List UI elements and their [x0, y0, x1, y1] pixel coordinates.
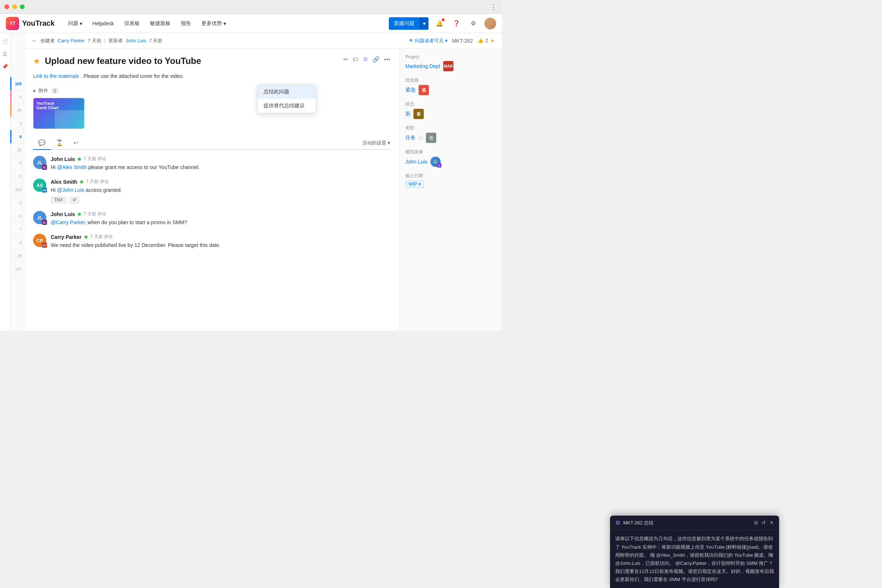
- attachments-section: ▾ 附件 1 YouTrackGantt Chart: [33, 87, 390, 129]
- status-label: 状态: [405, 101, 496, 107]
- avatar-john-luis-3: JL JL: [33, 211, 46, 224]
- maximize-button[interactable]: [20, 4, 25, 9]
- window-menu-dots[interactable]: ⋮: [490, 3, 498, 11]
- avatar-carry-parker: CP CP: [33, 234, 46, 247]
- num-item-5[interactable]: 25: [10, 143, 24, 156]
- attachments-header[interactable]: ▾ 附件 1: [33, 87, 390, 94]
- num-item-9[interactable]: 2: [10, 196, 24, 210]
- project-value[interactable]: Marketing Dept MAR: [405, 61, 496, 71]
- due-value[interactable]: WIP ▾: [405, 180, 496, 188]
- info-icon[interactable]: ⓘ: [418, 135, 423, 141]
- num-item-2[interactable]: 36: [10, 104, 24, 117]
- logo[interactable]: YT YouTrack: [6, 17, 55, 30]
- num-item-1[interactable]: 5: [10, 90, 24, 104]
- new-issue-dropdown-button[interactable]: ▾: [420, 17, 429, 30]
- activity-settings[interactable]: 活动的设置 ▾: [362, 140, 390, 146]
- due-date-field: 截止日期 WIP ▾: [405, 173, 496, 188]
- breadcrumb-right: 👁 问题读者可见 ▾ MKT-262 👍 2 ★: [409, 38, 495, 44]
- comment-author-alex[interactable]: Alex Smith: [51, 179, 77, 185]
- wip-badge[interactable]: WIP ▾: [405, 180, 424, 188]
- sidebar-icon-pin[interactable]: 📌: [1, 63, 9, 70]
- thumb-inner: YouTrackGantt Chart: [33, 98, 84, 129]
- num-item-0[interactable]: 165: [10, 77, 24, 90]
- nav-issues[interactable]: 问题 ▾: [64, 18, 87, 29]
- issue-id: MKT-262: [452, 38, 473, 44]
- num-item-10[interactable]: 0: [10, 210, 24, 223]
- dropdown-item-summarize[interactable]: 总结此问题: [258, 85, 316, 99]
- thumbs-up-icon[interactable]: 👍: [477, 38, 483, 44]
- sidebar-icon-doc[interactable]: 📄: [1, 38, 9, 46]
- nav-helpdesk[interactable]: Helpdesk: [88, 18, 118, 28]
- tag-icon[interactable]: 🏷: [352, 56, 358, 63]
- priority-text: 紧急: [405, 87, 416, 93]
- comment-reactions-2: TNX ↺: [51, 196, 390, 204]
- new-issue-button[interactable]: 新建问题: [389, 17, 420, 30]
- visibility-text: 问题读者可见: [415, 38, 444, 44]
- updated-by-label: 更新者: [108, 38, 123, 44]
- assignee-name[interactable]: John Luis: [405, 159, 428, 165]
- status-value[interactable]: 新 新: [405, 109, 496, 119]
- issue-main: ★ Upload new feature video to YouTube ✏ …: [24, 48, 502, 331]
- nav-reports[interactable]: 报告: [176, 18, 195, 29]
- mention-john[interactable]: @John Luis: [57, 187, 84, 193]
- link-icon[interactable]: 🔗: [372, 56, 380, 63]
- num-item-12[interactable]: 0: [10, 236, 24, 249]
- user-avatar[interactable]: [484, 18, 496, 29]
- activity-settings-label: 活动的设置: [362, 140, 386, 146]
- created-by-label: 创建者: [40, 38, 55, 44]
- visibility-badge[interactable]: 👁 问题读者可见 ▾: [409, 38, 448, 44]
- description-link[interactable]: Link to the materials: [33, 73, 79, 79]
- attachments-label: 附件: [39, 87, 48, 94]
- priority-badge: 紧: [418, 85, 429, 95]
- num-item-13[interactable]: 39: [10, 249, 24, 262]
- breadcrumb-separator: |: [104, 38, 105, 44]
- settings-button[interactable]: ⚙: [468, 18, 479, 29]
- num-item-8[interactable]: 318: [10, 183, 24, 196]
- comment-header-4: Carry Parker 7 天前 评论: [51, 234, 390, 240]
- tab-activity[interactable]: ↩: [68, 136, 83, 150]
- comment-author-john-3[interactable]: John Luis: [51, 212, 75, 217]
- status-text: 新: [405, 111, 411, 117]
- star-button[interactable]: ★: [33, 57, 40, 66]
- online-indicator-4: [84, 236, 87, 238]
- mention-carry[interactable]: @Carry Parker: [51, 219, 85, 225]
- avatar-john-luis-1: JL JL: [33, 156, 46, 169]
- minimize-button[interactable]: [12, 4, 17, 9]
- notifications-button[interactable]: 🔔: [434, 18, 446, 29]
- num-item-6[interactable]: 0: [10, 156, 24, 170]
- sidebar-icon-list[interactable]: ☰: [1, 50, 9, 58]
- star-icon[interactable]: ★: [490, 38, 495, 44]
- reaction-refresh[interactable]: ↺: [69, 196, 80, 204]
- comment-header-3: John Luis 7 天前 评论: [51, 211, 390, 217]
- comment-author-carry[interactable]: Carry Parker: [51, 234, 82, 240]
- num-item-11[interactable]: 7: [10, 223, 24, 236]
- nav-dashboard[interactable]: 仪表板: [120, 18, 144, 29]
- edit-icon[interactable]: ✏: [343, 56, 348, 63]
- help-button[interactable]: ❓: [450, 18, 462, 29]
- dropdown-item-alternative[interactable]: 提供替代总结建议: [258, 99, 316, 113]
- updater-link[interactable]: John Luis: [126, 38, 146, 44]
- window-controls[interactable]: [4, 4, 25, 9]
- more-icon[interactable]: •••: [384, 56, 390, 63]
- priority-value[interactable]: 紧急 紧: [405, 85, 496, 95]
- attachment-count: 1: [51, 88, 59, 94]
- num-item-14[interactable]: 107: [10, 262, 24, 276]
- tab-history[interactable]: ⌛: [51, 136, 68, 150]
- thumb-chart: [55, 110, 84, 129]
- num-item-3[interactable]: 0: [10, 117, 24, 130]
- nav-agile[interactable]: 敏捷面板: [146, 18, 175, 29]
- nav-more[interactable]: 更多优势 ▾: [197, 18, 230, 29]
- close-button[interactable]: [4, 4, 9, 9]
- ai-spiral-icon[interactable]: ⚙: [363, 56, 368, 63]
- num-item-7[interactable]: 2: [10, 170, 24, 183]
- mention-alex[interactable]: @Alex Smith: [57, 164, 87, 170]
- comment-author-1[interactable]: John Luis: [51, 156, 75, 162]
- num-item-4[interactable]: 6: [10, 130, 24, 143]
- creator-link[interactable]: Carry Parker: [58, 38, 85, 44]
- type-value[interactable]: 任务 ⓘ 任: [405, 133, 496, 143]
- back-button[interactable]: ←: [32, 38, 38, 44]
- reaction-tnx[interactable]: TNX: [51, 196, 66, 204]
- attachment-thumbnail[interactable]: YouTrackGantt Chart: [33, 98, 84, 129]
- comment-header-2: Alex Smith 7 天前 评论: [51, 178, 390, 185]
- tab-comments[interactable]: 💬: [33, 136, 51, 150]
